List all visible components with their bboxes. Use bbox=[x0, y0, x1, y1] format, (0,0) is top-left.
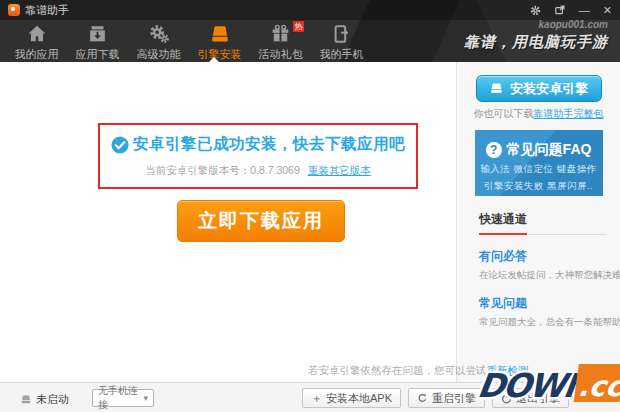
nav-label: 高级功能 bbox=[137, 47, 181, 62]
main-content: 安卓引擎已成功安装，快去下载应用吧 当前安卓引擎版本号：0.8.7.3069 重… bbox=[0, 62, 456, 382]
faq-topics-line1: 输入法 微信定位 键盘操作 bbox=[475, 163, 603, 176]
quick-link-desc: 常见问题大全，总会有一条能帮助你 bbox=[479, 316, 606, 329]
status-text: 未启动 bbox=[36, 392, 69, 407]
nav-item-app-download[interactable]: 应用下载 bbox=[67, 20, 128, 62]
drive-icon bbox=[489, 82, 504, 95]
nav-item-events[interactable]: 活动礼包 热 bbox=[250, 20, 311, 62]
nav-item-advanced[interactable]: 高级功能 bbox=[128, 20, 189, 62]
success-message: 安卓引擎已成功安装，快去下载应用吧 bbox=[133, 134, 405, 155]
slogan-text: 靠谱，用电脑玩手游 bbox=[464, 33, 608, 52]
nav-label: 我的手机 bbox=[320, 47, 364, 62]
main-nav: 我的应用 应用下载 高级功能 引擎安装 bbox=[6, 20, 372, 62]
engine-version-text: 当前安卓引擎版本号：0.8.7.3069 bbox=[145, 164, 300, 178]
question-icon: ? bbox=[486, 142, 502, 158]
nav-label: 我的应用 bbox=[15, 47, 59, 62]
chevron-down-icon: ▾ bbox=[143, 393, 148, 403]
close-icon[interactable]: ✕ bbox=[603, 5, 612, 16]
quick-link-title: 有问必答 bbox=[479, 248, 606, 265]
install-local-apk-button[interactable]: ＋ 安装本地APK bbox=[302, 388, 401, 408]
device-select-value: 无手机连接 bbox=[98, 384, 143, 412]
device-connection-select[interactable]: 无手机连接 ▾ bbox=[92, 389, 154, 407]
titlebar[interactable]: 靠谱助手 — ✕ bbox=[0, 0, 620, 20]
faq-panel[interactable]: ? 常见问题FAQ 输入法 微信定位 键盘操作 引擎安装失败 黑屏闪屏.. bbox=[475, 130, 603, 196]
quick-link-faq[interactable]: 常见问题 常见问题大全，总会有一条能帮助你 bbox=[479, 295, 606, 329]
download-box-icon bbox=[86, 23, 109, 45]
restart-icon bbox=[417, 393, 428, 404]
app-logo-icon bbox=[8, 4, 20, 16]
download-apps-button[interactable]: 立即下载应用 bbox=[177, 200, 345, 242]
hint-text: 若安卓引擎依然存在问题，您可以尝试 bbox=[308, 364, 487, 376]
window-controls: — ✕ bbox=[530, 4, 612, 16]
success-annotation-box: 安卓引擎已成功安装，快去下载应用吧 当前安卓引擎版本号：0.8.7.3069 重… bbox=[98, 123, 418, 189]
app-window: 靠谱助手 — ✕ 我的应用 bbox=[0, 0, 620, 412]
minimize-icon[interactable]: — bbox=[579, 5, 590, 16]
quick-link-desc: 在论坛发帖提问，大神帮您解决难题 bbox=[479, 269, 606, 282]
gears-icon bbox=[147, 23, 171, 45]
sidebar: 安装安卓引擎 你也可以下载靠谱助手完整包 ? 常见问题FAQ 输入法 微信定位 … bbox=[456, 62, 620, 382]
nav-label: 应用下载 bbox=[76, 47, 120, 62]
status-drive-icon bbox=[20, 394, 32, 405]
faq-title: 常见问题FAQ bbox=[507, 141, 592, 159]
full-package-link[interactable]: 靠谱助手完整包 bbox=[534, 108, 604, 119]
quick-link-title: 常见问题 bbox=[479, 295, 606, 312]
down-cc-watermark: DOWN .cc bbox=[472, 356, 620, 412]
header: 靠谱助手 — ✕ 我的应用 bbox=[0, 0, 620, 62]
install-android-engine-button[interactable]: 安装安卓引擎 bbox=[476, 75, 602, 102]
app-title: 靠谱助手 bbox=[25, 3, 69, 18]
gift-icon bbox=[269, 23, 292, 45]
button-label: 安装本地APK bbox=[326, 391, 392, 406]
brand-slogan: kaopu001.com 靠谱，用电脑玩手游 bbox=[464, 19, 608, 52]
settings-gear-icon[interactable] bbox=[530, 5, 541, 16]
nav-item-my-phone[interactable]: 我的手机 bbox=[311, 20, 372, 62]
faq-topics-line2: 引擎安装失败 黑屏闪屏.. bbox=[475, 180, 603, 193]
home-icon bbox=[25, 23, 49, 45]
alt-download-text: 你也可以下载 bbox=[474, 108, 534, 119]
nav-item-my-apps[interactable]: 我的应用 bbox=[6, 20, 67, 62]
check-circle-icon bbox=[111, 136, 129, 154]
reinstall-other-version-link[interactable]: 重装其它版本 bbox=[308, 164, 371, 178]
nav-label: 活动礼包 bbox=[259, 47, 303, 62]
active-tab-indicator bbox=[209, 57, 219, 62]
quick-channel-section: 快速通道 有问必答 在论坛发帖提问，大神帮您解决难题 常见问题 常见问题大全，总… bbox=[479, 209, 606, 329]
engine-status: 未启动 bbox=[20, 392, 69, 407]
site-url: kaopu001.com bbox=[464, 19, 608, 30]
install-engine-label: 安装安卓引擎 bbox=[510, 80, 588, 98]
watermark-suffix: .cc bbox=[576, 370, 620, 403]
hot-badge: 热 bbox=[293, 21, 304, 32]
nav-item-engine-install[interactable]: 引擎安装 bbox=[189, 20, 250, 62]
quick-link-qa[interactable]: 有问必答 在论坛发帖提问，大神帮您解决难题 bbox=[479, 248, 606, 282]
button-label: 重启引擎 bbox=[432, 391, 476, 406]
plus-icon: ＋ bbox=[311, 393, 322, 404]
restore-window-icon[interactable] bbox=[554, 4, 566, 16]
quick-channel-title: 快速通道 bbox=[479, 211, 527, 235]
phone-icon bbox=[330, 23, 354, 45]
engine-drive-icon bbox=[208, 23, 232, 45]
nav-label: 引擎安装 bbox=[198, 47, 242, 62]
